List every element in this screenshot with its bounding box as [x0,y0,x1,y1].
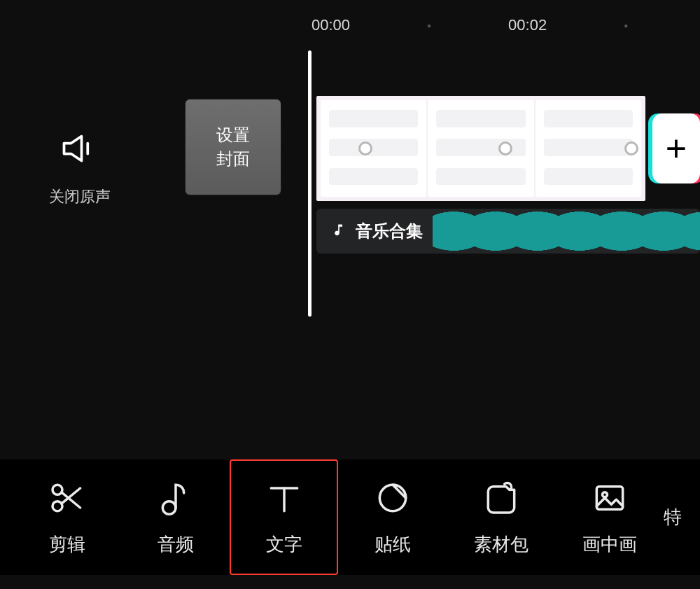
svg-point-5 [162,501,176,514]
speaker-icon [59,127,101,172]
ruler-tick: ● [427,22,431,29]
tool-cut[interactable]: 剪辑 [13,459,121,575]
tool-sticker[interactable]: 贴纸 [338,459,447,575]
scissors-icon [48,478,87,522]
plus-icon: + [666,127,687,169]
playhead[interactable] [308,50,312,317]
tool-label: 贴纸 [374,532,411,557]
clip-thumb [321,100,426,197]
pip-icon [590,478,629,522]
ruler-tick: ● [624,22,628,29]
svg-rect-9 [596,486,622,509]
bottom-toolbar: 剪辑 音频 文字 贴纸 素材包 [0,459,700,575]
tool-audio[interactable]: 音频 [121,459,230,575]
timeline-area: 关闭原声 设置 封面 + 音乐合集 [0,50,700,324]
clip-keyframe[interactable] [498,141,512,155]
clip-thumb [428,100,533,197]
cover-label: 设置 封面 [216,123,250,170]
ruler-mark: 00:02 [508,16,547,34]
tool-label: 素材包 [474,532,528,557]
mute-label: 关闭原声 [49,186,111,207]
ruler-mark: 00:00 [312,16,350,34]
pack-icon [482,478,521,522]
audio-track-name: 音乐合集 [356,220,423,242]
tool-pip[interactable]: 画中画 [555,459,664,575]
tool-label: 音频 [158,532,194,557]
tool-text[interactable]: 文字 [230,459,338,575]
audio-track[interactable]: 音乐合集 [316,209,700,254]
tool-label: 特 [664,505,682,529]
text-icon [265,478,304,522]
tool-label: 文字 [266,532,302,557]
video-clip[interactable] [316,96,645,201]
tool-pack[interactable]: 素材包 [447,459,555,575]
music-note-icon [156,478,195,522]
mute-original-button[interactable]: 关闭原声 [49,127,111,207]
tool-fx[interactable]: 特 [664,459,696,575]
add-clip-button[interactable]: + [652,113,700,183]
time-ruler: 00:00 ● 00:02 ● [0,0,700,50]
sticker-icon [373,478,412,522]
music-note-icon [332,222,346,240]
tool-label: 画中画 [582,532,637,557]
clip-keyframe[interactable] [358,141,372,155]
clip-keyframe[interactable] [624,141,638,155]
waveform [433,209,700,254]
tool-label: 剪辑 [49,532,85,557]
set-cover-button[interactable]: 设置 封面 [186,99,281,195]
svg-point-10 [602,492,607,497]
